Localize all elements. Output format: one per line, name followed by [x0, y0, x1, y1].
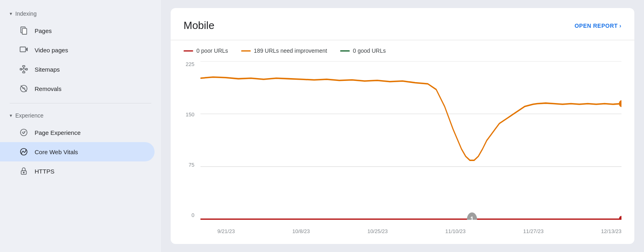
legend-poor-label: 0 poor URLs — [196, 48, 228, 54]
y-label-150: 150 — [186, 112, 194, 118]
sidebar-item-core-web-vitals[interactable]: Core Web Vitals — [0, 142, 155, 161]
legend-needs-improvement-label: 189 URLs need improvement — [254, 48, 327, 54]
sidebar-item-sitemaps[interactable]: Sitemaps — [0, 60, 155, 79]
legend-good-label: 0 good URLs — [353, 48, 386, 54]
removals-icon — [19, 84, 28, 93]
y-label-225: 225 — [186, 61, 194, 67]
y-label-75: 75 — [189, 162, 194, 168]
open-report-link[interactable]: OPEN REPORT › — [574, 23, 621, 29]
https-icon — [19, 167, 28, 176]
chart-legend: 0 poor URLs 189 URLs need improvement 0 … — [184, 48, 621, 54]
legend-poor-line — [184, 50, 193, 52]
x-label-5: 11/27/23 — [523, 228, 544, 234]
sidebar-item-removals-label: Removals — [35, 85, 62, 92]
page-experience-icon — [19, 128, 28, 137]
chart-container: 225 150 75 0 — [184, 61, 621, 234]
sidebar-item-pages[interactable]: Pages — [0, 21, 155, 40]
svg-point-25 — [619, 100, 621, 107]
experience-section-header[interactable]: ▾ Experience — [0, 108, 161, 123]
x-label-1: 9/21/23 — [217, 228, 235, 234]
sidebar-item-page-experience-label: Page Experience — [35, 129, 80, 136]
sidebar-item-page-experience[interactable]: Page Experience — [0, 123, 155, 142]
legend-poor: 0 poor URLs — [184, 48, 228, 54]
svg-rect-4 — [23, 66, 25, 67]
legend-needs-improvement-line — [241, 50, 251, 52]
y-axis-labels: 225 150 75 0 — [184, 61, 198, 218]
card-divider — [171, 40, 634, 40]
mobile-card: Mobile OPEN REPORT › 0 poor URLs 189 URL… — [171, 8, 634, 244]
y-label-0: 0 — [192, 212, 194, 218]
chart-area: 225 150 75 0 — [184, 61, 621, 234]
x-label-2: 10/8/23 — [292, 228, 310, 234]
main-content: Mobile OPEN REPORT › 0 poor URLs 189 URL… — [161, 0, 644, 252]
experience-label: Experience — [15, 112, 43, 119]
sidebar-item-sitemaps-label: Sitemaps — [35, 66, 60, 73]
sidebar-item-https[interactable]: HTTPS — [0, 161, 155, 181]
pages-icon — [19, 26, 28, 35]
svg-rect-1 — [22, 29, 27, 35]
indexing-section-header[interactable]: ▾ Indexing — [0, 6, 161, 21]
chevron-down-icon-2: ▾ — [10, 113, 12, 118]
sitemaps-icon — [19, 65, 28, 74]
line-chart: 1 — [200, 61, 621, 220]
sidebar-item-pages-label: Pages — [35, 27, 52, 34]
svg-rect-2 — [20, 47, 26, 52]
sidebar-item-video-pages-label: Video pages — [35, 47, 68, 54]
svg-rect-6 — [23, 72, 25, 73]
sidebar-item-https-label: HTTPS — [35, 168, 54, 175]
svg-text:1: 1 — [471, 215, 474, 220]
legend-needs-improvement: 189 URLs need improvement — [241, 48, 327, 54]
sidebar: ▾ Indexing Pages Video pages — [0, 0, 161, 252]
svg-point-18 — [23, 172, 25, 173]
x-label-4: 11/10/23 — [445, 228, 466, 234]
x-axis-labels: 9/21/23 10/8/23 10/25/23 11/10/23 11/27/… — [200, 228, 621, 234]
x-label-3: 10/25/23 — [367, 228, 388, 234]
sidebar-item-core-web-vitals-label: Core Web Vitals — [35, 149, 78, 155]
legend-good-line — [340, 50, 350, 52]
indexing-label: Indexing — [15, 10, 37, 17]
x-label-6: 12/13/23 — [601, 228, 621, 234]
svg-point-14 — [21, 129, 27, 136]
svg-marker-3 — [26, 48, 27, 51]
core-web-vitals-icon — [19, 147, 28, 156]
svg-line-13 — [21, 86, 27, 92]
sidebar-item-removals[interactable]: Removals — [0, 79, 155, 98]
card-header: Mobile OPEN REPORT › — [184, 19, 621, 32]
sidebar-divider — [10, 103, 151, 103]
legend-good: 0 good URLs — [340, 48, 386, 54]
video-icon — [19, 45, 28, 54]
card-title: Mobile — [184, 19, 215, 32]
chevron-right-icon: › — [619, 23, 621, 29]
svg-point-24 — [619, 216, 621, 220]
sidebar-item-video-pages[interactable]: Video pages — [0, 40, 155, 60]
chevron-down-icon: ▾ — [10, 11, 12, 17]
